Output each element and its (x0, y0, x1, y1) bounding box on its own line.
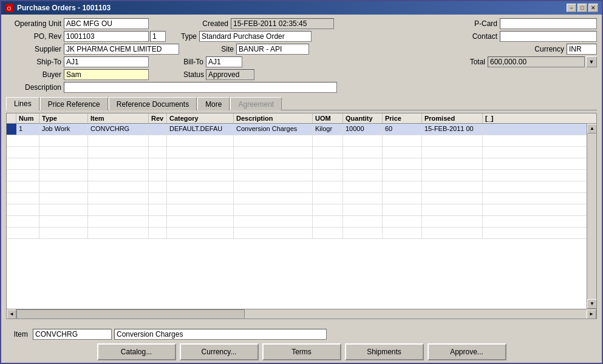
operating-unit-input[interactable] (64, 18, 149, 29)
scroll-down-button[interactable]: ▼ (587, 299, 596, 309)
tabs: Lines Price Reference Reference Document… (6, 97, 597, 110)
cell-item: CONVCHRG (88, 124, 149, 135)
cell-description: Conversion Charges (234, 124, 313, 135)
tab-agreement: Agreement (230, 97, 282, 110)
vertical-scrollbar[interactable]: ▲ ▼ (587, 124, 596, 309)
currency-input[interactable] (567, 44, 597, 55)
app-icon: O (5, 4, 13, 12)
approve-button[interactable]: Approve... (428, 343, 506, 360)
item-row: Item (6, 329, 597, 340)
col-header-num: Num (16, 113, 39, 123)
table-rows: 1 Job Work CONVCHRG DEFAULT.DEFAU Conver… (7, 124, 596, 239)
currency-label: Currency (533, 45, 567, 53)
title-bar: O Purchase Orders - 1001103 − □ ✕ (1, 1, 602, 15)
site-input[interactable] (236, 44, 309, 55)
title-bar-left: O Purchase Orders - 1001103 (5, 4, 111, 12)
tabs-area: Lines Price Reference Reference Document… (1, 97, 602, 110)
tab-price-reference[interactable]: Price Reference (40, 97, 108, 110)
table-row-empty[interactable] (7, 158, 596, 170)
total-label: Total (454, 58, 488, 66)
terms-button[interactable]: Terms (262, 343, 341, 360)
cell-price: 60 (383, 124, 422, 135)
po-rev-suffix-input[interactable] (150, 31, 166, 42)
scroll-left-button[interactable]: ◄ (7, 309, 16, 319)
table-row-empty[interactable] (7, 228, 596, 239)
cell-category: DEFAULT.DEFAU (167, 124, 234, 135)
po-rev-input[interactable] (64, 31, 149, 42)
close-button[interactable]: ✕ (588, 4, 598, 12)
table-row-empty[interactable] (7, 193, 596, 204)
catalog-button[interactable]: Catalog... (97, 343, 176, 360)
main-window: O Purchase Orders - 1001103 − □ ✕ Operat… (0, 0, 603, 364)
created-input (231, 18, 334, 29)
cell-promised: 15-FEB-2011 00 (422, 124, 483, 135)
table-row[interactable]: 1 Job Work CONVCHRG DEFAULT.DEFAU Conver… (7, 124, 596, 135)
currency-button[interactable]: Currency... (180, 343, 259, 360)
table-header: Num Type Item Rev Category Description U… (7, 113, 596, 124)
pcard-input[interactable] (500, 18, 597, 29)
type-input[interactable] (199, 31, 312, 42)
contact-input[interactable] (500, 31, 597, 42)
horizontal-scrollbar[interactable]: ◄ ► (7, 309, 596, 318)
supplier-label: Supplier (6, 45, 64, 53)
table-row-empty[interactable] (7, 181, 596, 193)
ship-to-input[interactable] (64, 56, 149, 67)
bill-to-input[interactable] (206, 56, 242, 67)
table-area: Num Type Item Rev Category Description U… (1, 110, 602, 326)
col-header-category: Category (167, 113, 234, 123)
table-container: Num Type Item Rev Category Description U… (6, 113, 597, 319)
table-body: 1 Job Work CONVCHRG DEFAULT.DEFAU Conver… (7, 124, 596, 309)
cell-quantity: 10000 (343, 124, 383, 135)
form-row-4: Ship-To Bill-To Total ▼ (6, 56, 597, 67)
h-scroll-track (16, 309, 587, 319)
scroll-track (587, 133, 596, 299)
form-row-1: Operating Unit Created P-Card (6, 18, 597, 29)
item-desc-input[interactable] (114, 329, 327, 340)
form-row-5: Buyer Status (6, 69, 597, 80)
table-row-empty[interactable] (7, 216, 596, 228)
col-header-extra: [_] (483, 113, 492, 123)
total-expand-button[interactable]: ▼ (586, 56, 597, 67)
h-scroll-thumb[interactable] (16, 309, 245, 319)
maximize-button[interactable]: □ (577, 4, 587, 12)
po-rev-label: PO, Rev (6, 32, 64, 41)
table-row-empty[interactable] (7, 147, 596, 158)
shipments-button[interactable]: Shipments (345, 343, 424, 360)
col-header-item: Item (88, 113, 149, 123)
form-row-2: PO, Rev Type Contact (6, 31, 597, 42)
created-label: Created (197, 19, 231, 28)
form-row-6: Description (6, 82, 597, 93)
description-label: Description (6, 83, 64, 92)
col-header-price: Price (383, 113, 422, 123)
table-row-empty[interactable] (7, 170, 596, 181)
description-input[interactable] (64, 82, 337, 93)
table-row-empty[interactable] (7, 204, 596, 216)
tab-lines[interactable]: Lines (6, 97, 39, 110)
table-row-empty[interactable] (7, 135, 596, 147)
status-label: Status (183, 70, 206, 79)
form-row-3: Supplier Site Currency (6, 44, 597, 55)
tab-more[interactable]: More (197, 97, 230, 110)
total-input (488, 56, 585, 67)
col-header-promised: Promised (422, 113, 483, 123)
window-title: Purchase Orders - 1001103 (17, 4, 111, 12)
bill-to-label: Bill-To (183, 58, 206, 66)
scroll-up-button[interactable]: ▲ (587, 124, 596, 133)
cell-type: Job Work (39, 124, 88, 135)
operating-unit-label: Operating Unit (6, 19, 64, 28)
button-row: Catalog... Currency... Terms Shipments A… (6, 343, 597, 360)
scroll-right-button[interactable]: ► (587, 309, 596, 319)
item-label: Item (6, 330, 30, 339)
col-header-quantity: Quantity (343, 113, 383, 123)
bottom-area: Item Catalog... Currency... Terms Shipme… (1, 326, 602, 363)
supplier-input[interactable] (64, 44, 179, 55)
ship-to-label: Ship-To (6, 58, 64, 66)
title-buttons: − □ ✕ (567, 4, 598, 12)
contact-label: Contact (466, 32, 500, 41)
item-input[interactable] (33, 329, 112, 340)
tab-reference-documents[interactable]: Reference Documents (109, 97, 197, 110)
col-header-description: Description (234, 113, 313, 123)
pcard-label: P-Card (466, 19, 500, 28)
minimize-button[interactable]: − (567, 4, 576, 12)
buyer-input[interactable] (64, 69, 149, 80)
